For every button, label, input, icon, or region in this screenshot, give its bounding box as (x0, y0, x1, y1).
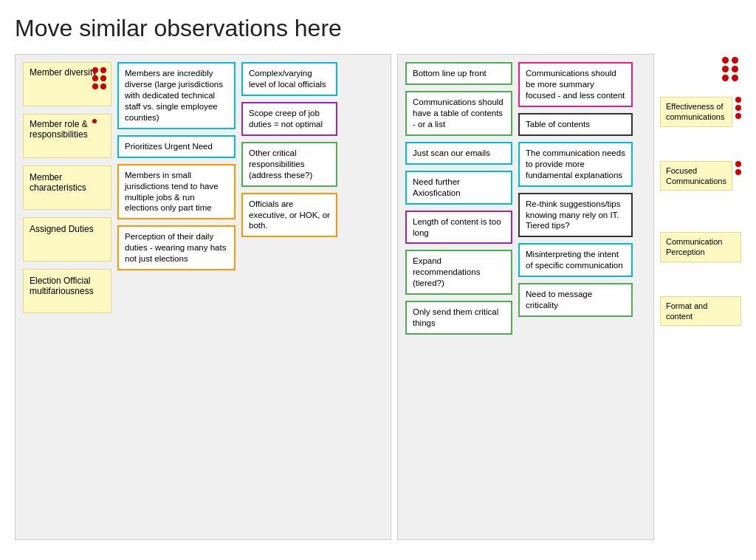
dot (92, 119, 97, 123)
page: Move similar observations here Member di… (0, 0, 756, 560)
box-summary-focused: Communications should be more summary fo… (518, 62, 633, 107)
col-boxes: Members are incredibly diverse (large ju… (117, 62, 236, 532)
spacer2 (660, 197, 741, 226)
col-green-right: Bottom line up front Communications shou… (405, 62, 512, 532)
dot (735, 113, 741, 119)
dot (735, 97, 741, 103)
sticky-member-diversity: Member diversity (23, 62, 111, 106)
dot (100, 75, 106, 81)
box-members-diverse: Members are incredibly diverse (large ju… (117, 62, 236, 129)
box-table-contents: Communications should have a table of co… (405, 91, 512, 136)
sticky-election-official: Election Official multifariousness (23, 269, 111, 313)
sticky-member-role: Member role & responsibilities (23, 114, 111, 158)
box-prioritizes-urgent: Prioritizes Urgent Need (117, 135, 236, 158)
main-area: Member diversity Member role & responsib… (15, 54, 741, 540)
box-message-criticality: Need to message criticality (518, 283, 633, 317)
dot (722, 57, 729, 64)
dot (100, 67, 106, 73)
section-format: Format and content (660, 296, 741, 327)
dot (92, 83, 98, 89)
dots-member-diversity (92, 67, 106, 89)
dot (722, 75, 729, 81)
left-panel: Member diversity Member role & responsib… (15, 54, 391, 540)
label-effectiveness: Effectiveness of communications (660, 97, 732, 127)
section-focused: Focused Communications (660, 161, 741, 191)
col-purple-right: Communications should be more summary fo… (518, 62, 633, 532)
dots-effectiveness (735, 97, 741, 119)
col-yellow: Member diversity Member role & responsib… (23, 62, 111, 532)
section-effectiveness: Effectiveness of communications (660, 97, 741, 127)
col-extra: Complex/varying level of local officials… (241, 62, 337, 532)
box-axios: Need further Axiosfication (405, 171, 512, 205)
box-rethink-tips: Re-think suggestions/tips knowing many r… (518, 193, 633, 238)
far-right: Effectiveness of communications Focused … (660, 54, 741, 540)
dot (732, 75, 738, 81)
dot (735, 105, 741, 111)
sticky-member-char: Member characteristics (23, 165, 111, 210)
box-misinterpreting: Misinterpreting the intent of specific c… (518, 243, 633, 277)
dot (92, 75, 98, 81)
box-bottom-line: Bottom line up front (405, 62, 512, 85)
dot (732, 66, 738, 72)
dot (92, 67, 98, 73)
box-toc: Table of contents (518, 113, 633, 136)
dots-focused (735, 161, 741, 175)
box-complex-varying: Complex/varying level of local officials (241, 62, 337, 96)
box-members-small: Members in small jurisdictions tend to h… (117, 164, 236, 220)
dot (100, 83, 106, 89)
label-comm-perception: Communication Perception (660, 232, 741, 262)
dot (735, 161, 741, 167)
dot (732, 57, 738, 64)
box-fundamental: The communication needs to provide more … (518, 142, 633, 187)
page-title: Move similar observations here (15, 15, 741, 42)
box-length-too-long: Length of content is too long (405, 211, 512, 245)
label-focused: Focused Communications (660, 161, 732, 191)
box-other-critical: Other critical responsibilities (address… (241, 142, 337, 187)
dots-member-role (92, 119, 106, 123)
box-expand-recs: Expand recommendations (tiered?) (405, 250, 512, 295)
box-perception-daily: Perception of their daily duties - weari… (117, 225, 236, 270)
box-scope-creep: Scope creep of job duties = not optimal (241, 102, 337, 136)
dot (722, 66, 729, 72)
spacer3 (660, 268, 741, 290)
spacer1 (660, 133, 741, 155)
right-panel: Bottom line up front Communications shou… (397, 54, 654, 540)
top-dots-area (660, 54, 741, 91)
box-officials-executive: Officials are executive, or HOK, or both… (241, 193, 337, 238)
box-just-scan: Just scan our emails (405, 142, 512, 165)
dot (735, 169, 741, 175)
label-format: Format and content (660, 296, 741, 327)
box-only-send: Only send them critical things (405, 301, 512, 335)
sticky-assigned-duties: Assigned Duties (23, 217, 111, 262)
section-comm-perception: Communication Perception (660, 232, 741, 262)
